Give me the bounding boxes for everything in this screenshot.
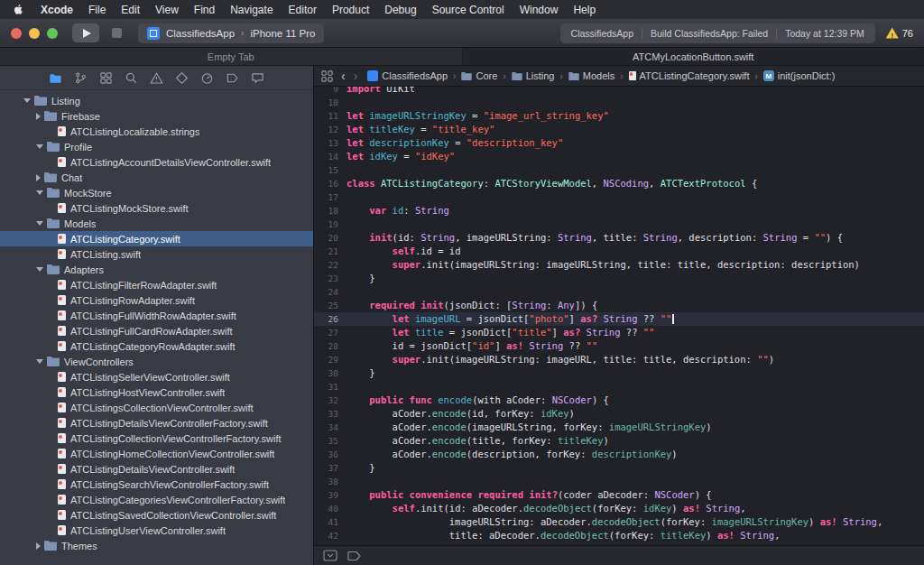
- tree-folder-Chat[interactable]: Chat: [0, 170, 313, 185]
- breadcrumb-atclistingcategory.swift[interactable]: ATCListingCategory.swift: [629, 70, 750, 81]
- breadcrumb-models[interactable]: Models: [568, 70, 614, 81]
- tree-folder-MockStore[interactable]: MockStore: [0, 185, 313, 200]
- breadcrumb-core[interactable]: Core: [461, 70, 497, 81]
- disclosure-open-icon[interactable]: [36, 221, 43, 226]
- code-line-34[interactable]: 34 aCoder.encode(imageURLString, forKey:…: [314, 421, 924, 434]
- menu-product[interactable]: Product: [332, 4, 369, 16]
- disclosure-open-icon[interactable]: [36, 359, 43, 364]
- disclosure-open-icon[interactable]: [36, 267, 43, 272]
- menu-find[interactable]: Find: [194, 4, 215, 16]
- menu-navigate[interactable]: Navigate: [230, 4, 273, 16]
- tree-file-ATCListingsCollectionViewController.swift[interactable]: ATCListingsCollectionViewController.swif…: [0, 400, 313, 415]
- code-line-19[interactable]: 19: [314, 218, 924, 231]
- zoom-window-button[interactable]: [47, 28, 58, 39]
- tree-folder-ViewControllers[interactable]: ViewControllers: [0, 354, 313, 369]
- code-line-24[interactable]: 24: [314, 285, 924, 299]
- code-line-18[interactable]: 18 var id: String: [314, 204, 924, 218]
- code-line-23[interactable]: 23 }: [314, 272, 924, 285]
- tab-atcmylocationbutton[interactable]: ATCMyLocationButton.swift: [463, 48, 924, 65]
- project-navigator-icon[interactable]: [49, 71, 62, 85]
- menu-window[interactable]: Window: [520, 4, 559, 16]
- code-line-33[interactable]: 33 aCoder.encode(id, forKey: idKey): [314, 407, 924, 421]
- tree-folder-Listing[interactable]: Listing: [0, 93, 313, 108]
- code-line-29[interactable]: 29 super.init(imageURLString: imageURL, …: [314, 353, 924, 366]
- run-button[interactable]: [72, 23, 99, 42]
- code-line-27[interactable]: 27 let title = jsonDict["title"] as? Str…: [314, 326, 924, 339]
- code-line-10[interactable]: 10: [314, 96, 924, 109]
- tree-file-ATCListingAccountDetailsViewController.swift[interactable]: ATCListingAccountDetailsViewController.s…: [0, 154, 313, 170]
- code-line-35[interactable]: 35 aCoder.encode(title, forKey: titleKey…: [314, 434, 924, 448]
- menu-edit[interactable]: Edit: [121, 4, 140, 16]
- apple-menu-icon[interactable]: [13, 3, 24, 16]
- tab-empty-tab[interactable]: Empty Tab: [0, 48, 463, 65]
- disclosure-closed-icon[interactable]: [36, 542, 41, 550]
- scheme-selector[interactable]: ClassifiedsApp › iPhone 11 Pro: [138, 23, 324, 43]
- tests-icon[interactable]: [175, 71, 189, 85]
- menu-source-control[interactable]: Source Control: [432, 4, 504, 16]
- find-icon[interactable]: [125, 71, 138, 85]
- tree-folder-Firebase[interactable]: Firebase: [0, 108, 313, 124]
- go-back-button[interactable]: ‹: [341, 69, 346, 82]
- menu-help[interactable]: Help: [573, 4, 596, 16]
- debug-icon[interactable]: [200, 71, 214, 85]
- tree-file-ATCListingCategoryRowAdapter.swift[interactable]: ATCListingCategoryRowAdapter.swift: [0, 338, 313, 354]
- disclosure-closed-icon[interactable]: [36, 113, 41, 120]
- code-line-12[interactable]: 12let titleKey = "title_key": [314, 123, 924, 136]
- tree-folder-Models[interactable]: Models: [0, 216, 313, 231]
- tree-file-ATCListingMockStore.swift[interactable]: ATCListingMockStore.swift: [0, 200, 313, 216]
- symbols-icon[interactable]: [99, 71, 113, 85]
- tree-folder-Themes[interactable]: Themes: [0, 538, 313, 553]
- breakpoint-icon[interactable]: [346, 551, 362, 561]
- code-line-43[interactable]: 43 description: aDecoder.decodeObject(fo…: [314, 542, 924, 545]
- tree-file-ATCListingHomeCollectionViewController.swift[interactable]: ATCListingHomeCollectionViewController.s…: [0, 446, 313, 461]
- issues-icon[interactable]: [150, 71, 163, 85]
- source-control-icon[interactable]: [74, 71, 88, 85]
- stop-button[interactable]: [112, 28, 122, 38]
- code-line-26[interactable]: 26 let imageURL = jsonDict["photo"] as? …: [314, 312, 924, 326]
- tree-file-ATCListingCategoriesViewControllerFactory.swift[interactable]: ATCListingCategoriesViewControllerFactor…: [0, 492, 313, 507]
- source-editor[interactable]: 9import UIKit1011let imageURLStringKey =…: [314, 87, 924, 545]
- tree-file-ATCListingRowAdapter.swift[interactable]: ATCListingRowAdapter.swift: [0, 292, 313, 308]
- code-line-32[interactable]: 32 public func encode(with aCoder: NSCod…: [314, 394, 924, 407]
- code-line-14[interactable]: 14let idKey = "idKey": [314, 150, 924, 163]
- tree-file-ATCListingFilterRowAdapter.swift[interactable]: ATCListingFilterRowAdapter.swift: [0, 277, 313, 292]
- code-line-21[interactable]: 21 self.id = id: [314, 245, 924, 258]
- code-line-36[interactable]: 36 aCoder.encode(description, forKey: de…: [314, 448, 924, 461]
- menu-debug[interactable]: Debug: [384, 4, 416, 16]
- breadcrumb-init-jsondict-[interactable]: Minit(jsonDict:): [763, 70, 836, 81]
- menu-file[interactable]: File: [88, 4, 106, 16]
- code-line-39[interactable]: 39 public convenience required init?(cod…: [314, 488, 924, 502]
- tree-file-ATCListingHostViewController.swift[interactable]: ATCListingHostViewController.swift: [0, 384, 313, 400]
- breakpoints-icon[interactable]: [226, 71, 239, 85]
- tree-file-ATCListingLocalizable.strings[interactable]: ATCListingLocalizable.strings: [0, 124, 313, 139]
- disclosure-open-icon[interactable]: [36, 190, 43, 195]
- code-line-17[interactable]: 17: [314, 190, 924, 204]
- code-line-16[interactable]: 16class ATCListingCategory: ATCStoryView…: [314, 177, 924, 190]
- reports-icon[interactable]: [251, 71, 264, 85]
- close-window-button[interactable]: [11, 28, 22, 39]
- tree-file-ATCListingSavedCollectionViewController.swift[interactable]: ATCListingSavedCollectionViewController.…: [0, 507, 313, 523]
- breadcrumb-listing[interactable]: Listing: [512, 70, 555, 81]
- tree-file-ATCListingSellerViewController.swift[interactable]: ATCListingSellerViewController.swift: [0, 369, 313, 384]
- tree-file-ATCListingCollectionViewControllerFactory.swift[interactable]: ATCListingCollectionViewControllerFactor…: [0, 431, 313, 446]
- disclosure-closed-icon[interactable]: [36, 174, 41, 181]
- disclosure-open-icon[interactable]: [23, 98, 31, 103]
- menu-xcode[interactable]: Xcode: [41, 4, 73, 16]
- tree-folder-Adapters[interactable]: Adapters: [0, 262, 313, 277]
- code-line-28[interactable]: 28 id = jsonDict["id"] as! String ?? "": [314, 339, 924, 353]
- warning-count-badge[interactable]: 76: [886, 28, 913, 39]
- menu-editor[interactable]: Editor: [289, 4, 317, 16]
- code-line-22[interactable]: 22 super.init(imageURLString: imageURLSt…: [314, 258, 924, 272]
- related-items-icon[interactable]: [321, 70, 333, 82]
- tree-file-ATCListingFullCardRowAdapter.swift[interactable]: ATCListingFullCardRowAdapter.swift: [0, 323, 313, 338]
- tree-folder-Profile[interactable]: Profile: [0, 139, 313, 154]
- code-line-37[interactable]: 37 }: [314, 461, 924, 475]
- code-line-25[interactable]: 25 required init(jsonDict: [String: Any]…: [314, 299, 924, 312]
- code-line-41[interactable]: 41 imageURLString: aDecoder.decodeObject…: [314, 515, 924, 529]
- editor-options-icon[interactable]: [323, 550, 337, 561]
- tree-file-ATCListingCategory.swift[interactable]: ATCListingCategory.swift: [0, 231, 313, 246]
- menu-view[interactable]: View: [155, 4, 179, 16]
- code-line-30[interactable]: 30 }: [314, 366, 924, 380]
- code-line-9[interactable]: 9import UIKit: [314, 87, 924, 96]
- code-line-31[interactable]: 31: [314, 380, 924, 394]
